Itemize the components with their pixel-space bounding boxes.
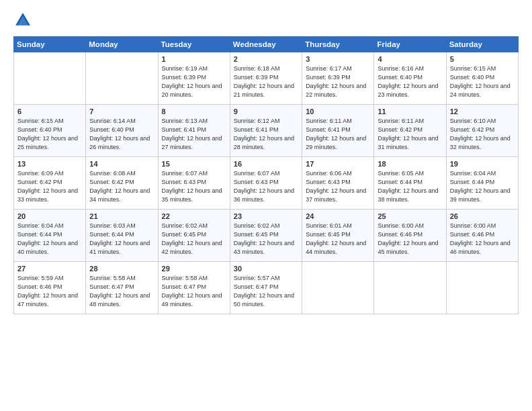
calendar-cell: 23 Sunrise: 6:02 AMSunset: 6:45 PMDaylig… xyxy=(230,210,302,262)
calendar-cell: 1 Sunrise: 6:19 AMSunset: 6:39 PMDayligh… xyxy=(158,52,230,105)
calendar-cell: 7 Sunrise: 6:14 AMSunset: 6:40 PMDayligh… xyxy=(86,105,158,157)
day-number: 27 xyxy=(17,265,82,273)
calendar-cell: 26 Sunrise: 6:00 AMSunset: 6:46 PMDaylig… xyxy=(446,210,518,262)
calendar-week-row: 1 Sunrise: 6:19 AMSunset: 6:39 PMDayligh… xyxy=(14,52,519,105)
day-number: 16 xyxy=(234,160,298,168)
calendar-cell: 25 Sunrise: 6:00 AMSunset: 6:46 PMDaylig… xyxy=(374,210,446,262)
day-detail: Sunrise: 6:17 AMSunset: 6:39 PMDaylight:… xyxy=(306,64,370,99)
calendar-cell: 14 Sunrise: 6:08 AMSunset: 6:42 PMDaylig… xyxy=(86,157,158,210)
day-detail: Sunrise: 6:04 AMSunset: 6:44 PMDaylight:… xyxy=(450,169,515,204)
day-detail: Sunrise: 6:15 AMSunset: 6:40 PMDaylight:… xyxy=(17,117,82,152)
day-number: 17 xyxy=(306,160,370,168)
day-number: 7 xyxy=(89,107,154,116)
day-header-thursday: Thursday xyxy=(302,37,374,52)
day-detail: Sunrise: 5:58 AMSunset: 6:47 PMDaylight:… xyxy=(162,274,226,309)
calendar-cell: 10 Sunrise: 6:11 AMSunset: 6:41 PMDaylig… xyxy=(302,105,374,157)
day-detail: Sunrise: 6:00 AMSunset: 6:46 PMDaylight:… xyxy=(450,222,515,257)
day-detail: Sunrise: 6:13 AMSunset: 6:41 PMDaylight:… xyxy=(162,117,226,152)
day-number: 19 xyxy=(450,160,515,168)
day-number: 6 xyxy=(17,107,82,116)
day-number: 20 xyxy=(17,212,82,220)
day-detail: Sunrise: 6:09 AMSunset: 6:42 PMDaylight:… xyxy=(17,169,82,204)
day-number: 28 xyxy=(89,265,154,273)
day-detail: Sunrise: 6:07 AMSunset: 6:43 PMDaylight:… xyxy=(162,169,226,204)
day-header-tuesday: Tuesday xyxy=(158,37,230,52)
calendar-cell: 2 Sunrise: 6:18 AMSunset: 6:39 PMDayligh… xyxy=(230,52,302,105)
day-detail: Sunrise: 6:06 AMSunset: 6:43 PMDaylight:… xyxy=(306,169,370,204)
day-number: 29 xyxy=(162,265,226,273)
day-detail: Sunrise: 6:02 AMSunset: 6:45 PMDaylight:… xyxy=(162,222,226,257)
day-detail: Sunrise: 6:11 AMSunset: 6:42 PMDaylight:… xyxy=(378,117,442,152)
day-detail: Sunrise: 6:19 AMSunset: 6:39 PMDaylight:… xyxy=(162,64,226,99)
calendar-cell: 11 Sunrise: 6:11 AMSunset: 6:42 PMDaylig… xyxy=(374,105,446,157)
day-number: 10 xyxy=(306,107,370,116)
day-number: 18 xyxy=(378,160,442,168)
day-detail: Sunrise: 5:58 AMSunset: 6:47 PMDaylight:… xyxy=(89,274,154,309)
day-header-sunday: Sunday xyxy=(14,37,86,52)
calendar-cell xyxy=(14,52,86,105)
calendar-cell: 24 Sunrise: 6:01 AMSunset: 6:45 PMDaylig… xyxy=(302,210,374,262)
calendar-cell: 17 Sunrise: 6:06 AMSunset: 6:43 PMDaylig… xyxy=(302,157,374,210)
day-detail: Sunrise: 6:04 AMSunset: 6:44 PMDaylight:… xyxy=(17,222,82,257)
day-detail: Sunrise: 6:03 AMSunset: 6:44 PMDaylight:… xyxy=(89,222,154,257)
calendar-cell: 19 Sunrise: 6:04 AMSunset: 6:44 PMDaylig… xyxy=(446,157,518,210)
calendar-cell: 12 Sunrise: 6:10 AMSunset: 6:42 PMDaylig… xyxy=(446,105,518,157)
day-number: 15 xyxy=(162,160,226,168)
calendar-cell: 3 Sunrise: 6:17 AMSunset: 6:39 PMDayligh… xyxy=(302,52,374,105)
day-number: 5 xyxy=(450,55,515,63)
calendar-cell: 6 Sunrise: 6:15 AMSunset: 6:40 PMDayligh… xyxy=(14,105,86,157)
calendar-cell: 4 Sunrise: 6:16 AMSunset: 6:40 PMDayligh… xyxy=(374,52,446,105)
day-number: 11 xyxy=(378,107,442,116)
calendar-cell: 16 Sunrise: 6:07 AMSunset: 6:43 PMDaylig… xyxy=(230,157,302,210)
calendar-cell xyxy=(374,262,446,314)
day-detail: Sunrise: 6:11 AMSunset: 6:41 PMDaylight:… xyxy=(306,117,370,152)
calendar-cell: 8 Sunrise: 6:13 AMSunset: 6:41 PMDayligh… xyxy=(158,105,230,157)
calendar-cell: 20 Sunrise: 6:04 AMSunset: 6:44 PMDaylig… xyxy=(14,210,86,262)
calendar-week-row: 20 Sunrise: 6:04 AMSunset: 6:44 PMDaylig… xyxy=(14,210,519,262)
day-number: 3 xyxy=(306,55,370,63)
calendar-cell: 29 Sunrise: 5:58 AMSunset: 6:47 PMDaylig… xyxy=(158,262,230,314)
day-number: 23 xyxy=(234,212,298,220)
day-detail: Sunrise: 6:08 AMSunset: 6:42 PMDaylight:… xyxy=(89,169,154,204)
day-detail: Sunrise: 6:12 AMSunset: 6:41 PMDaylight:… xyxy=(234,117,298,152)
calendar-cell: 5 Sunrise: 6:15 AMSunset: 6:40 PMDayligh… xyxy=(446,52,518,105)
calendar-cell: 30 Sunrise: 5:57 AMSunset: 6:47 PMDaylig… xyxy=(230,262,302,314)
day-header-wednesday: Wednesday xyxy=(230,37,302,52)
calendar-cell: 15 Sunrise: 6:07 AMSunset: 6:43 PMDaylig… xyxy=(158,157,230,210)
logo xyxy=(13,11,35,30)
day-detail: Sunrise: 5:59 AMSunset: 6:46 PMDaylight:… xyxy=(17,274,82,309)
day-detail: Sunrise: 6:14 AMSunset: 6:40 PMDaylight:… xyxy=(89,117,154,152)
calendar-week-row: 13 Sunrise: 6:09 AMSunset: 6:42 PMDaylig… xyxy=(14,157,519,210)
day-header-friday: Friday xyxy=(374,37,446,52)
day-detail: Sunrise: 6:00 AMSunset: 6:46 PMDaylight:… xyxy=(378,222,442,257)
calendar-cell: 28 Sunrise: 5:58 AMSunset: 6:47 PMDaylig… xyxy=(86,262,158,314)
calendar-cell: 21 Sunrise: 6:03 AMSunset: 6:44 PMDaylig… xyxy=(86,210,158,262)
calendar-cell: 9 Sunrise: 6:12 AMSunset: 6:41 PMDayligh… xyxy=(230,105,302,157)
calendar-cell: 22 Sunrise: 6:02 AMSunset: 6:45 PMDaylig… xyxy=(158,210,230,262)
calendar-cell: 13 Sunrise: 6:09 AMSunset: 6:42 PMDaylig… xyxy=(14,157,86,210)
calendar-cell xyxy=(446,262,518,314)
day-number: 26 xyxy=(450,212,515,220)
day-number: 12 xyxy=(450,107,515,116)
day-number: 25 xyxy=(378,212,442,220)
day-number: 24 xyxy=(306,212,370,220)
day-detail: Sunrise: 6:15 AMSunset: 6:40 PMDaylight:… xyxy=(450,64,515,99)
calendar-cell: 27 Sunrise: 5:59 AMSunset: 6:46 PMDaylig… xyxy=(14,262,86,314)
calendar-header-row: SundayMondayTuesdayWednesdayThursdayFrid… xyxy=(14,37,519,52)
day-number: 13 xyxy=(17,160,82,168)
day-number: 30 xyxy=(234,265,298,273)
day-number: 8 xyxy=(162,107,226,116)
day-number: 21 xyxy=(89,212,154,220)
day-number: 2 xyxy=(234,55,298,63)
day-number: 14 xyxy=(89,160,154,168)
day-detail: Sunrise: 5:57 AMSunset: 6:47 PMDaylight:… xyxy=(234,274,298,309)
day-number: 4 xyxy=(378,55,442,63)
day-detail: Sunrise: 6:10 AMSunset: 6:42 PMDaylight:… xyxy=(450,117,515,152)
logo-icon xyxy=(13,11,32,30)
calendar-table: SundayMondayTuesdayWednesdayThursdayFrid… xyxy=(13,36,519,314)
calendar-cell: 18 Sunrise: 6:05 AMSunset: 6:44 PMDaylig… xyxy=(374,157,446,210)
day-number: 22 xyxy=(162,212,226,220)
day-header-monday: Monday xyxy=(86,37,158,52)
calendar-week-row: 6 Sunrise: 6:15 AMSunset: 6:40 PMDayligh… xyxy=(14,105,519,157)
calendar-week-row: 27 Sunrise: 5:59 AMSunset: 6:46 PMDaylig… xyxy=(14,262,519,314)
